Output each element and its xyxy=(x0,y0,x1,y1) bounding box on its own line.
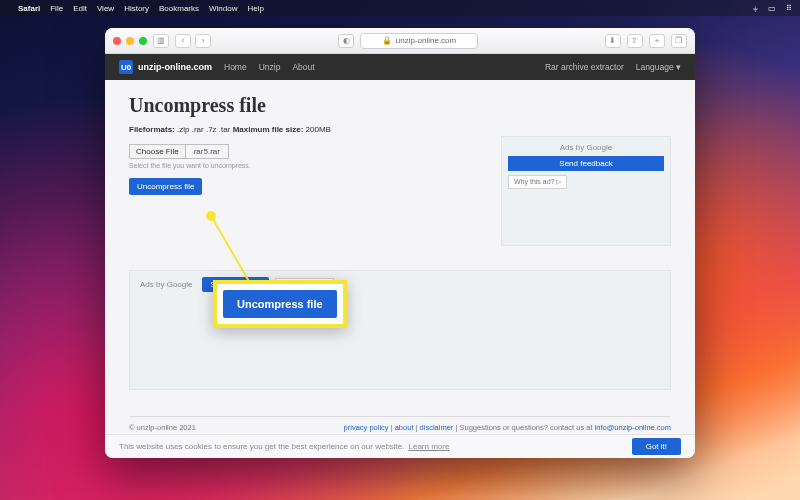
page-viewport: U0 unzip-online.com Home Unzip About Rar… xyxy=(105,54,695,458)
nav-unzip[interactable]: Unzip xyxy=(259,62,281,72)
share-icon[interactable]: ⇪ xyxy=(627,34,643,48)
maximize-icon[interactable] xyxy=(139,37,147,45)
battery-icon[interactable]: ▭ xyxy=(768,4,776,13)
address-bar[interactable]: 🔒 unzip-online.com xyxy=(360,33,477,49)
nav-home[interactable]: Home xyxy=(224,62,247,72)
footer-suggest-text: Suggestions or questions? contact us at xyxy=(460,423,595,432)
footer-about-link[interactable]: about xyxy=(395,423,414,432)
chosen-file-name: rar5.rar xyxy=(186,145,228,158)
page-title: Uncompress file xyxy=(129,94,671,117)
menubar-item[interactable]: Edit xyxy=(73,4,87,13)
ads-panel: Ads by Google Send feedback Why this ad?… xyxy=(129,270,671,390)
footer-email-link[interactable]: info@unzip-online.com xyxy=(595,423,671,432)
nav-rar-extractor[interactable]: Rar archive extractor xyxy=(545,62,624,72)
window-controls[interactable] xyxy=(113,37,147,45)
menubar-app-name[interactable]: Safari xyxy=(18,4,40,13)
lock-icon: 🔒 xyxy=(382,36,392,45)
maxsize-value: 200MB xyxy=(306,125,331,134)
nav-about[interactable]: About xyxy=(292,62,314,72)
ads-why-link[interactable]: Why this ad? ▷ xyxy=(508,175,567,189)
site-brand: unzip-online.com xyxy=(138,62,212,72)
new-tab-icon[interactable]: ＋ xyxy=(649,34,665,48)
cookie-text: This website uses cookies to ensure you … xyxy=(119,442,405,451)
annotation-callout: Uncompress file xyxy=(213,280,347,328)
uncompress-button[interactable]: Uncompress file xyxy=(129,178,202,195)
ads-send-feedback-button[interactable]: Send feedback xyxy=(508,156,664,171)
callout-uncompress-button[interactable]: Uncompress file xyxy=(223,290,337,318)
cookie-accept-button[interactable]: Got it! xyxy=(632,438,681,455)
maxsize-label: Maximum file size: xyxy=(233,125,304,134)
minimize-icon[interactable] xyxy=(126,37,134,45)
menubar-item[interactable]: History xyxy=(124,4,149,13)
sidebar-toggle-icon[interactable]: ▥ xyxy=(153,34,169,48)
cookie-banner: This website uses cookies to ensure you … xyxy=(105,434,695,458)
site-navbar: U0 unzip-online.com Home Unzip About Rar… xyxy=(105,54,695,80)
formats-line: Fileformats: .zip .rar .7z .tar Maximum … xyxy=(129,125,671,134)
menubar-item[interactable]: File xyxy=(50,4,63,13)
browser-toolbar: ▥ ‹ › ◐ 🔒 unzip-online.com ⬇ ⇪ ＋ ❐ xyxy=(105,28,695,54)
tabs-icon[interactable]: ❐ xyxy=(671,34,687,48)
control-center-icon[interactable]: ⠿ xyxy=(786,4,792,13)
footer-privacy-link[interactable]: privacy policy xyxy=(344,423,389,432)
ads-sidebar: Ads by Google Send feedback Why this ad?… xyxy=(501,136,671,246)
footer-disclaimer-link[interactable]: disclaimer xyxy=(420,423,454,432)
address-text: unzip-online.com xyxy=(396,36,456,45)
page-footer: © unzip-online 2021 privacy policy | abo… xyxy=(129,416,671,432)
downloads-icon[interactable]: ⬇ xyxy=(605,34,621,48)
menubar-item[interactable]: Bookmarks xyxy=(159,4,199,13)
macos-menubar: Safari File Edit View History Bookmarks … xyxy=(0,0,800,16)
logo-badge-icon: U0 xyxy=(119,60,133,74)
formats-label: Fileformats: xyxy=(129,125,175,134)
file-input[interactable]: Choose File rar5.rar xyxy=(129,144,229,159)
ads-header: Ads by Google xyxy=(508,143,664,152)
back-icon[interactable]: ‹ xyxy=(175,34,191,48)
menubar-item[interactable]: View xyxy=(97,4,114,13)
page-content: Uncompress file Fileformats: .zip .rar .… xyxy=(105,80,695,458)
safari-window: ▥ ‹ › ◐ 🔒 unzip-online.com ⬇ ⇪ ＋ ❐ U0 un… xyxy=(105,28,695,458)
nav-language[interactable]: Language ▾ xyxy=(636,62,681,72)
ads-header: Ads by Google xyxy=(140,280,192,289)
menubar-item[interactable]: Help xyxy=(247,4,263,13)
shield-icon[interactable]: ◐ xyxy=(338,34,354,48)
formats-value: .zip .rar .7z .tar xyxy=(177,125,230,134)
footer-copyright: © unzip-online 2021 xyxy=(129,423,196,432)
choose-file-button[interactable]: Choose File xyxy=(130,145,186,158)
cookie-learn-more-link[interactable]: Learn more xyxy=(409,442,450,451)
wifi-icon[interactable]: ⏚ xyxy=(753,4,758,13)
site-logo[interactable]: U0 unzip-online.com xyxy=(119,60,212,74)
forward-icon[interactable]: › xyxy=(195,34,211,48)
menubar-item[interactable]: Window xyxy=(209,4,237,13)
close-icon[interactable] xyxy=(113,37,121,45)
